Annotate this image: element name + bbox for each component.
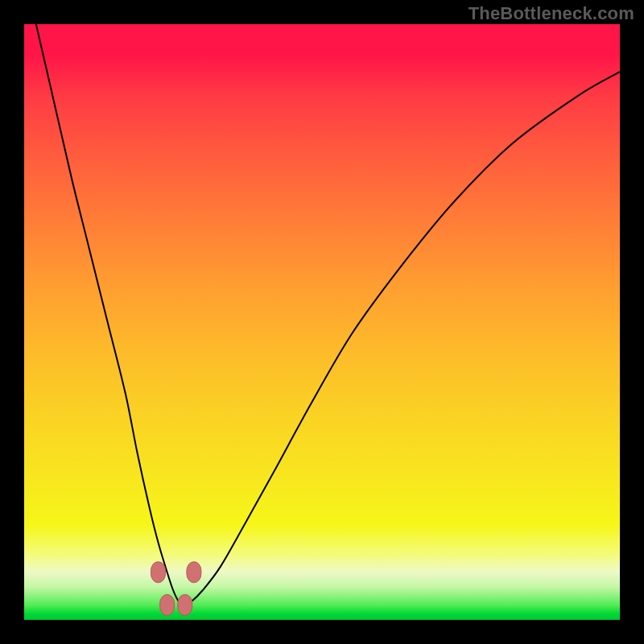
optimal-point-marker [178,595,192,616]
optimal-point-marker [160,595,175,616]
optimal-point-marker [187,562,201,583]
optimal-point-marker [151,562,166,583]
watermark-text: TheBottleneck.com [469,3,634,24]
plot-area [24,24,620,620]
bottleneck-curve-line [36,24,620,605]
chart-frame: TheBottleneck.com [0,0,644,644]
bottleneck-curve-chart [24,24,620,620]
optimal-zone-markers [151,562,201,616]
